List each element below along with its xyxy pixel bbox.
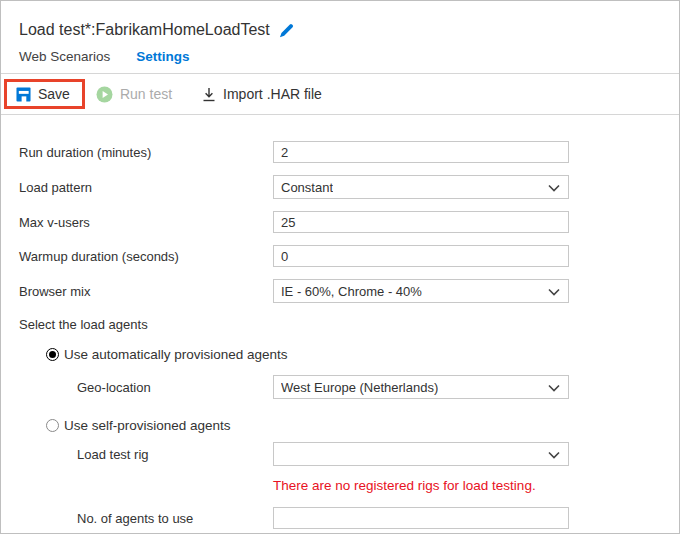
browser-mix-value: IE - 60%, Chrome - 40%	[281, 284, 422, 299]
tab-bar: Web Scenarios Settings	[1, 45, 679, 74]
load-test-rig-label: Load test rig	[19, 447, 273, 462]
run-test-button-label: Run test	[120, 86, 172, 102]
load-pattern-value: Constant	[281, 180, 333, 195]
auto-provisioned-agents-label: Use automatically provisioned agents	[64, 347, 288, 362]
browser-mix-row: Browser mix IE - 60%, Chrome - 40%	[19, 279, 661, 303]
self-provisioned-agents-label: Use self-provisioned agents	[64, 418, 231, 433]
warmup-duration-row: Warmup duration (seconds)	[19, 245, 661, 267]
import-har-button[interactable]: Import .HAR file	[202, 86, 322, 102]
run-test-button[interactable]: Run test	[96, 86, 172, 103]
toolbar: Save Run test Import .HAR file	[1, 74, 679, 115]
load-pattern-row: Load pattern Constant	[19, 175, 661, 199]
import-har-button-label: Import .HAR file	[223, 86, 322, 102]
save-button[interactable]: Save	[16, 86, 70, 102]
browser-mix-select[interactable]: IE - 60%, Chrome - 40%	[273, 279, 569, 303]
radio-selected-icon	[46, 348, 59, 361]
tab-settings[interactable]: Settings	[136, 49, 189, 73]
chevron-down-icon	[548, 284, 560, 299]
browser-mix-label: Browser mix	[19, 284, 273, 299]
rig-error-row: There are no registered rigs for load te…	[19, 478, 661, 493]
save-button-label: Save	[38, 86, 70, 102]
edit-title-pencil-icon[interactable]	[279, 23, 294, 38]
load-test-rig-row: Load test rig	[19, 442, 661, 466]
floppy-disk-icon	[16, 87, 31, 102]
select-load-agents-label: Select the load agents	[19, 315, 661, 333]
geo-location-row: Geo-location West Europe (Netherlands)	[19, 375, 661, 399]
rig-error-message: There are no registered rigs for load te…	[273, 478, 536, 493]
chevron-down-icon	[548, 447, 560, 462]
settings-form: Run duration (minutes) Load pattern Cons…	[1, 115, 679, 529]
page-title: Load test*:FabrikamHomeLoadTest	[19, 21, 270, 39]
error-spacer	[19, 478, 273, 493]
run-duration-input[interactable]	[273, 141, 569, 163]
header: Load test*:FabrikamHomeLoadTest	[1, 1, 679, 45]
auto-provisioned-agents-radio[interactable]: Use automatically provisioned agents	[19, 345, 661, 363]
load-pattern-select[interactable]: Constant	[273, 175, 569, 199]
agents-count-input[interactable]	[273, 507, 569, 529]
warmup-duration-input[interactable]	[273, 245, 569, 267]
self-provisioned-agents-radio[interactable]: Use self-provisioned agents	[19, 416, 661, 434]
load-pattern-label: Load pattern	[19, 180, 273, 195]
geo-location-value: West Europe (Netherlands)	[281, 380, 438, 395]
load-test-settings-page: Load test*:FabrikamHomeLoadTest Web Scen…	[0, 0, 680, 534]
agents-count-label: No. of agents to use	[19, 511, 273, 526]
max-vusers-row: Max v-users	[19, 211, 661, 233]
play-circle-icon	[96, 86, 113, 103]
chevron-down-icon	[548, 180, 560, 195]
run-duration-label: Run duration (minutes)	[19, 145, 273, 160]
warmup-duration-label: Warmup duration (seconds)	[19, 249, 273, 264]
tab-web-scenarios[interactable]: Web Scenarios	[19, 49, 110, 73]
load-test-rig-select[interactable]	[273, 442, 569, 466]
geo-location-label: Geo-location	[19, 380, 273, 395]
max-vusers-label: Max v-users	[19, 215, 273, 230]
chevron-down-icon	[548, 380, 560, 395]
download-icon	[202, 87, 216, 102]
agents-count-row: No. of agents to use	[19, 507, 661, 529]
geo-location-select[interactable]: West Europe (Netherlands)	[273, 375, 569, 399]
max-vusers-input[interactable]	[273, 211, 569, 233]
save-highlight-box: Save	[4, 79, 85, 109]
radio-unselected-icon	[46, 419, 59, 432]
run-duration-row: Run duration (minutes)	[19, 141, 661, 163]
